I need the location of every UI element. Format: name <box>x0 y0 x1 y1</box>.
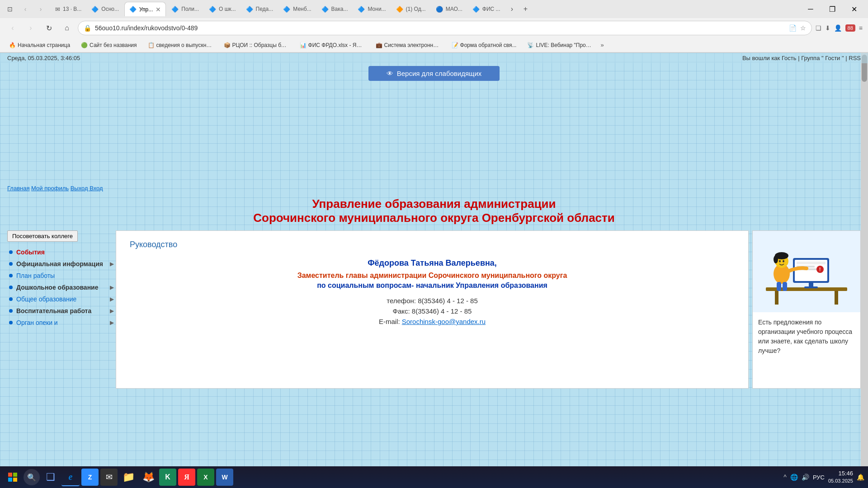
email-value[interactable]: Sorochinsk-goo@yandex.ru <box>402 318 486 325</box>
bookmark-star-icon[interactable]: ☆ <box>800 24 806 32</box>
bookmark-favicon-2: 🟢 <box>81 42 88 48</box>
tab-3[interactable]: 🔷 Упр... ✕ <box>124 2 166 16</box>
download-icon[interactable]: ⬇ <box>825 24 830 32</box>
tab-8[interactable]: 🔷 Вака... <box>317 2 353 16</box>
windows-logo-icon <box>7 472 18 483</box>
bookmark-label-3: сведения о выпускник... <box>156 42 213 48</box>
tab-5[interactable]: 🔷 О шк... <box>204 2 241 16</box>
extensions-icon[interactable]: 88 <box>845 24 855 32</box>
browser-back-button[interactable]: ‹ <box>19 3 32 15</box>
volume-icon[interactable]: 🔊 <box>802 474 809 481</box>
arrow-icon-general: ▶ <box>110 296 114 302</box>
tab-2[interactable]: 🔷 Осно... <box>87 2 123 16</box>
sidebar-item-preschool[interactable]: Дошкольное образование ▶ <box>7 282 116 293</box>
notification-button[interactable]: 🔔 <box>857 474 864 481</box>
rss-link[interactable]: RSS <box>849 55 861 61</box>
breadcrumb-exit[interactable]: Выход Вход <box>71 185 103 192</box>
word-icon: W <box>222 474 227 481</box>
yandex-app[interactable]: Я <box>178 469 195 486</box>
bullet-icon-plan <box>9 274 13 277</box>
tab-9[interactable]: 🔷 Мони... <box>353 2 390 16</box>
close-button[interactable]: ✕ <box>844 2 864 16</box>
browser-forward-button[interactable]: › <box>34 3 47 15</box>
bullet-icon-preschool <box>9 286 13 289</box>
breadcrumb-home[interactable]: Главная <box>7 185 29 192</box>
right-panel-illustration: ! <box>753 231 860 312</box>
word-app[interactable]: W <box>216 469 233 486</box>
forward-button[interactable]: › <box>24 21 38 35</box>
bookmark-4[interactable]: 📦 РЦОИ :: Образцы бла... <box>220 41 292 49</box>
sidebar-item-plan[interactable]: План работы <box>7 270 116 282</box>
firefox-app[interactable]: 🦊 <box>139 468 157 486</box>
bookmark-2[interactable]: 🟢 Сайт без названия <box>77 41 140 49</box>
start-button[interactable] <box>4 468 22 486</box>
zoom-app[interactable]: Z <box>81 469 99 486</box>
menu-icon[interactable]: ≡ <box>859 24 863 32</box>
bookmark-label-2: Сайт без названия <box>90 42 137 48</box>
tab-11[interactable]: 🔵 МАО... <box>431 2 467 16</box>
firefox-icon: 🦊 <box>142 471 155 483</box>
tab-7[interactable]: 🔷 Менб... <box>278 2 316 16</box>
collections-icon[interactable]: ❏ <box>816 24 821 32</box>
sidebar-item-label-plan: План работы <box>16 272 114 279</box>
reload-button[interactable]: ↻ <box>42 21 56 35</box>
bookmark-8[interactable]: 📡 LIVE: Вебинар "Проф... <box>524 41 596 49</box>
user-link[interactable]: Гость <box>782 55 797 61</box>
bookmark-7[interactable]: 📝 Форма обратной свя... <box>448 41 520 49</box>
taskbar: 🔍 ❑ e Z ✉ 📁 🦊 K Я X W ^ 🌐 🔊 РУС 15:46 05… <box>0 466 868 488</box>
back-button[interactable]: ‹ <box>5 21 20 35</box>
task-view-button[interactable]: ❑ <box>42 468 60 486</box>
maximize-button[interactable]: ❐ <box>822 2 843 16</box>
svg-rect-2 <box>835 291 838 305</box>
address-bar-row: ‹ › ↻ ⌂ 🔒 56ouo10.ru/index/rukovodstvo/0… <box>0 18 868 38</box>
address-bar[interactable]: 🔒 56ouo10.ru/index/rukovodstvo/0-489 📄 ☆ <box>78 21 812 35</box>
mail-icon: ✉ <box>106 472 113 482</box>
sidebar-item-upbringing[interactable]: Воспитательная работа ▶ <box>7 305 116 317</box>
bookmark-favicon-7: 📝 <box>452 42 458 48</box>
files-icon: 📁 <box>123 471 135 483</box>
version-button[interactable]: 👁 Версия для слабовидящих <box>368 66 500 81</box>
tray-clock[interactable]: 15:46 05.03.2025 <box>828 470 853 484</box>
bookmark-3[interactable]: 📋 сведения о выпускник... <box>144 41 217 49</box>
right-panel-text: Есть предложения по организации учебного… <box>753 312 860 361</box>
sidebar-item-official[interactable]: Официальная информация ▶ <box>7 258 116 270</box>
bookmark-favicon-5: 📊 <box>300 42 307 48</box>
minimize-button[interactable]: ─ <box>800 2 821 16</box>
kaspersky-app[interactable]: K <box>159 469 176 486</box>
edge-app[interactable]: e <box>61 468 80 486</box>
files-app[interactable]: 📁 <box>119 468 137 486</box>
profile-icon[interactable]: 👤 <box>834 24 842 32</box>
suggest-colleague-button[interactable]: Посоветовать коллеге <box>7 230 78 242</box>
tab-more-button[interactable]: › <box>506 3 519 15</box>
show-hidden-icons[interactable]: ^ <box>783 474 787 481</box>
bookmark-6[interactable]: 💼 Система электронног... <box>372 41 444 49</box>
browser-overview-button[interactable]: ⊡ <box>4 3 16 15</box>
sidebar-item-events[interactable]: События <box>7 246 116 258</box>
tab-12[interactable]: 🔷 ФИС ... <box>468 2 505 16</box>
arrow-icon-official: ▶ <box>110 261 114 267</box>
bookmark-5[interactable]: 📊 ФИС ФРДО.xlsx - Янд... <box>296 41 368 49</box>
tab-10[interactable]: 🔶 (1) Од... <box>392 2 430 16</box>
svg-rect-21 <box>13 473 17 477</box>
excel-app[interactable]: X <box>197 469 214 486</box>
breadcrumb-profile[interactable]: Мой профиль <box>31 185 69 192</box>
taskbar-search-button[interactable]: 🔍 <box>24 469 40 485</box>
new-tab-button[interactable]: + <box>519 3 532 15</box>
bookmark-label-1: Начальная страница <box>18 42 70 48</box>
home-button[interactable]: ⌂ <box>60 21 74 35</box>
tab-1[interactable]: ✉ 13 · В... <box>51 2 86 16</box>
sidebar-item-general[interactable]: Общее образование ▶ <box>7 293 116 305</box>
network-icon[interactable]: 🌐 <box>790 474 798 481</box>
tab-6[interactable]: 🔷 Педа... <box>241 2 278 16</box>
language-indicator[interactable]: РУС <box>813 474 825 481</box>
bookmarks-more-button[interactable]: » <box>600 42 604 48</box>
bookmark-home[interactable]: 🔥 Начальная страница <box>5 41 74 49</box>
reader-mode-icon[interactable]: 📄 <box>789 24 797 32</box>
mail-app[interactable]: ✉ <box>100 469 118 486</box>
bookmark-favicon-8: 📡 <box>527 42 534 48</box>
sidebar-item-custody[interactable]: Орган опеки и ▶ <box>7 317 116 328</box>
group-link[interactable]: Гости <box>825 55 840 61</box>
arrow-icon-custody: ▶ <box>110 319 114 326</box>
tab-close-3[interactable]: ✕ <box>156 6 161 13</box>
tab-4[interactable]: 🔷 Поли... <box>167 2 203 16</box>
